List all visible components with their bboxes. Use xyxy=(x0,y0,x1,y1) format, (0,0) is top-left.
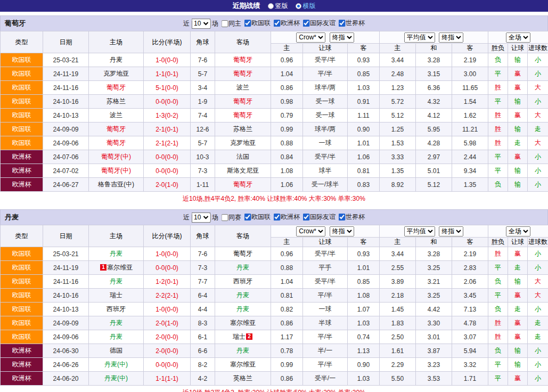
league-checkbox[interactable] xyxy=(244,214,251,220)
league-checkbox[interactable] xyxy=(302,214,309,220)
section-header-bar: 丹麦 近 10 场 同赛 欧国联欧洲杯国际友谊世界杯 xyxy=(0,209,548,225)
same-condition-checkbox[interactable] xyxy=(221,20,228,27)
result-handicap: 输 xyxy=(508,123,528,136)
result-outcome: 负 xyxy=(488,344,508,358)
horizontal-layout-option[interactable]: 横版 xyxy=(296,2,316,11)
match-score: 1-1(1-1) xyxy=(144,372,191,386)
league-filter[interactable]: 世界杯 xyxy=(338,19,365,28)
league-checkbox[interactable] xyxy=(273,214,280,220)
topbar: 近期战绩 竖版 横版 xyxy=(0,0,548,12)
col-header-europe-away: 客 xyxy=(452,238,488,247)
same-condition-filter[interactable]: 同主 xyxy=(221,19,241,28)
asia-home-odds: 0.86 xyxy=(271,372,303,386)
team-name: 瑞士 xyxy=(110,291,122,299)
col-header-date: 日期 xyxy=(43,31,89,53)
asia-home-odds: 0.96 xyxy=(271,247,303,261)
europe-draw-odds: 4.28 xyxy=(416,136,452,150)
europe-draw-odds: 6.36 xyxy=(416,81,452,95)
team-name: 西班牙 xyxy=(233,277,252,285)
competition-type: 欧国联 xyxy=(1,53,43,67)
match-date: 24-10-13 xyxy=(43,109,89,123)
asia-away-odds: 1.08 xyxy=(348,289,380,303)
match-row: 欧洲杯24-06-27格鲁吉亚(中)2-0(1-0)1-11葡萄牙1.06受一/… xyxy=(1,178,548,192)
europe-home-odds: 1.53 xyxy=(380,136,416,150)
league-checkbox[interactable] xyxy=(244,20,251,27)
radio-checked-icon xyxy=(296,3,301,9)
asia-home-odds: 0.98 xyxy=(271,95,303,109)
league-checkbox[interactable] xyxy=(338,214,345,220)
home-team: 1塞尔维亚 xyxy=(89,261,144,275)
team-name: 葡萄牙 xyxy=(107,139,126,146)
away-team: 英格兰 xyxy=(215,372,271,386)
europe-home-odds: 3.89 xyxy=(380,275,416,289)
away-team: 葡萄牙 xyxy=(215,67,271,81)
competition-type: 欧国联 xyxy=(1,330,43,344)
col-header-asia-away: 客 xyxy=(348,238,380,247)
scope-select[interactable]: 全场 xyxy=(506,226,530,236)
europe-draw-odds: 3.15 xyxy=(416,67,452,81)
team-name: 丹麦 xyxy=(110,56,122,63)
same-condition-checkbox[interactable] xyxy=(221,214,228,221)
league-filter[interactable]: 国际友谊 xyxy=(302,213,336,222)
match-date: 24-11-19 xyxy=(43,261,89,275)
section-team-name: 葡萄牙 xyxy=(5,19,26,28)
team-sections: 葡萄牙 近 10 场 同主 欧国联欧洲杯国际友谊世界杯 类 xyxy=(0,15,548,392)
europe-average-select[interactable]: 平均值 xyxy=(404,226,435,236)
corner-score: 6-1 xyxy=(191,330,215,344)
league-checkbox[interactable] xyxy=(302,20,309,27)
europe-average-select[interactable]: 平均值 xyxy=(404,32,435,43)
europe-away-odds: 7.13 xyxy=(452,303,488,316)
result-goals: 小 xyxy=(528,164,548,178)
asia-odds-controls: Crow* 终指 xyxy=(271,225,380,238)
league-checkbox[interactable] xyxy=(338,20,345,27)
league-checkbox[interactable] xyxy=(273,20,280,27)
same-condition-filter[interactable]: 同赛 xyxy=(221,213,241,222)
europe-home-odds: 3.44 xyxy=(380,247,416,261)
europe-draw-odds: 2.97 xyxy=(416,150,452,164)
europe-odds-time-select[interactable]: 终指 xyxy=(439,226,463,236)
corner-score: 3-4 xyxy=(191,81,215,95)
scope-controls: 全场 xyxy=(488,31,548,44)
match-date: 24-10-16 xyxy=(43,289,89,303)
result-handicap: 赢 xyxy=(508,247,528,261)
team-name: 丹麦 xyxy=(236,347,249,354)
corner-score: 8-2 xyxy=(191,358,215,372)
match-date: 24-06-20 xyxy=(43,372,89,386)
home-team: 丹麦 xyxy=(89,316,144,330)
result-goals: 小 xyxy=(528,178,548,192)
match-count-select[interactable]: 10 xyxy=(191,213,210,223)
league-filter[interactable]: 国际友谊 xyxy=(302,19,336,28)
europe-home-odds: 1.25 xyxy=(380,123,416,136)
europe-draw-odds: 3.28 xyxy=(416,247,452,261)
games-label: 场 xyxy=(212,213,218,222)
bookmaker-select[interactable]: Crow* xyxy=(296,32,325,43)
match-row: 欧国联25-03-21丹麦1-0(0-0)7-6葡萄牙0.96受平/半0.933… xyxy=(1,53,548,67)
match-date: 24-09-09 xyxy=(43,123,89,136)
match-date: 24-09-06 xyxy=(43,330,89,344)
col-header-europe-draw: 和 xyxy=(416,44,452,53)
league-filter[interactable]: 欧国联 xyxy=(244,213,271,222)
match-count-select[interactable]: 10 xyxy=(191,19,210,29)
vertical-layout-option[interactable]: 竖版 xyxy=(268,2,288,11)
team-name: 波兰 xyxy=(110,111,122,119)
league-label: 欧洲杯 xyxy=(281,213,300,222)
bookmaker-select[interactable]: Crow* xyxy=(296,226,325,236)
away-team: 法国 xyxy=(215,150,271,164)
league-filter[interactable]: 欧国联 xyxy=(244,19,271,28)
result-outcome: 平 xyxy=(488,150,508,164)
league-filter[interactable]: 世界杯 xyxy=(338,213,365,222)
team-name: 丹麦(中) xyxy=(104,361,128,368)
asia-away-odds: 0.74 xyxy=(348,330,380,344)
league-filter[interactable]: 欧洲杯 xyxy=(273,19,300,28)
results-body: 欧国联25-03-21丹麦1-0(0-0)7-6葡萄牙0.96受平/半0.933… xyxy=(1,247,548,386)
europe-draw-odds: 3.23 xyxy=(416,358,452,372)
asia-odds-time-select[interactable]: 终指 xyxy=(330,226,354,236)
col-header-away: 客场 xyxy=(215,31,271,53)
asia-odds-time-select[interactable]: 终指 xyxy=(330,32,354,43)
europe-away-odds: 3.00 xyxy=(452,67,488,81)
result-handicap: 赢 xyxy=(508,81,528,95)
scope-select[interactable]: 全场 xyxy=(506,32,530,43)
europe-odds-time-select[interactable]: 终指 xyxy=(439,32,463,43)
result-goals: 大 xyxy=(528,275,548,289)
league-filter[interactable]: 欧洲杯 xyxy=(273,213,300,222)
